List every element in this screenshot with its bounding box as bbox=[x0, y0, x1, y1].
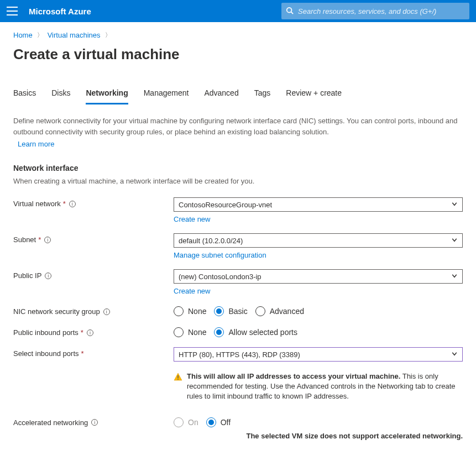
tab-networking[interactable]: Networking bbox=[86, 85, 128, 104]
tab-basics[interactable]: Basics bbox=[13, 85, 36, 104]
tab-management[interactable]: Management bbox=[144, 85, 189, 104]
info-icon[interactable]: i bbox=[44, 237, 51, 243]
breadcrumb-home[interactable]: Home bbox=[13, 31, 33, 39]
manage-subnet-link[interactable]: Manage subnet configuration bbox=[174, 251, 266, 259]
chevron-down-icon bbox=[451, 350, 458, 359]
svg-line-1 bbox=[291, 12, 294, 14]
inbound-radio-none[interactable]: None bbox=[174, 327, 206, 337]
breadcrumb-vms[interactable]: Virtual machines bbox=[48, 31, 101, 39]
svg-rect-4 bbox=[177, 379, 179, 380]
label-subnet: Subnet * i bbox=[13, 233, 174, 244]
menu-icon[interactable] bbox=[7, 7, 18, 15]
required-indicator: * bbox=[81, 349, 84, 358]
info-icon[interactable]: i bbox=[87, 329, 93, 336]
warning-box: This will allow all IP addresses to acce… bbox=[174, 371, 463, 402]
label-virtual-network: Virtual network * i bbox=[13, 197, 174, 208]
inbound-radio-allow[interactable]: Allow selected ports bbox=[214, 327, 297, 337]
row-nsg: NIC network security group i None Basic … bbox=[13, 305, 463, 316]
page-content: Home 〉 Virtual machines 〉 Create a virtu… bbox=[0, 22, 476, 467]
breadcrumb: Home 〉 Virtual machines 〉 bbox=[13, 31, 463, 39]
required-indicator: * bbox=[38, 236, 41, 244]
info-icon[interactable]: i bbox=[45, 273, 51, 279]
row-virtual-network: Virtual network * i ContosoResourceGroup… bbox=[13, 197, 463, 223]
tab-review[interactable]: Review + create bbox=[286, 85, 342, 104]
section-subtitle: When creating a virtual machine, a netwo… bbox=[13, 177, 463, 185]
chevron-right-icon: 〉 bbox=[105, 31, 111, 39]
chevron-down-icon bbox=[451, 237, 458, 245]
info-icon[interactable]: i bbox=[103, 308, 110, 315]
tab-disks[interactable]: Disks bbox=[51, 85, 70, 104]
label-inbound-ports: Public inbound ports * i bbox=[13, 326, 174, 337]
learn-more-link[interactable]: Learn more bbox=[18, 140, 54, 148]
required-indicator: * bbox=[63, 200, 66, 208]
chevron-down-icon bbox=[451, 273, 458, 281]
section-title: Network interface bbox=[13, 164, 463, 172]
nsg-radio-group: None Basic Advanced bbox=[174, 305, 463, 316]
info-icon[interactable]: i bbox=[69, 201, 76, 207]
create-new-ip-link[interactable]: Create new bbox=[174, 287, 210, 295]
brand-label: Microsoft Azure bbox=[29, 7, 91, 16]
row-select-ports: Select inbound ports * HTTP (80), HTTPS … bbox=[13, 347, 463, 402]
info-icon[interactable]: i bbox=[91, 419, 98, 426]
row-public-ip: Public IP i (new) ContosoLondon3-ip Crea… bbox=[13, 269, 463, 295]
label-public-ip: Public IP i bbox=[13, 269, 174, 280]
intro-description: Define network connectivity for your vir… bbox=[13, 116, 461, 137]
nsg-radio-advanced[interactable]: Advanced bbox=[255, 306, 304, 316]
svg-rect-3 bbox=[177, 375, 179, 378]
subnet-select[interactable]: default (10.2.0.0/24) bbox=[174, 233, 463, 248]
accel-note: The selected VM size does not support ac… bbox=[174, 432, 463, 440]
tab-advanced[interactable]: Advanced bbox=[204, 85, 238, 104]
tabs: Basics Disks Networking Management Advan… bbox=[13, 85, 463, 104]
create-new-vnet-link[interactable]: Create new bbox=[174, 215, 210, 223]
nsg-radio-basic[interactable]: Basic bbox=[214, 306, 247, 316]
inbound-radio-group: None Allow selected ports bbox=[174, 326, 463, 337]
row-accelerated-networking: Accelerated networking i On Off The sele… bbox=[13, 416, 463, 440]
top-bar: Microsoft Azure bbox=[0, 0, 476, 22]
accel-radio-on: On bbox=[174, 417, 198, 427]
row-inbound-ports: Public inbound ports * i None Allow sele… bbox=[13, 326, 463, 337]
search-input[interactable] bbox=[298, 7, 465, 15]
label-accelerated-networking: Accelerated networking i bbox=[13, 416, 174, 427]
chevron-right-icon: 〉 bbox=[37, 31, 43, 39]
page-title: Create a virtual machine bbox=[13, 46, 463, 63]
select-ports-dropdown[interactable]: HTTP (80), HTTPS (443), RDP (3389) bbox=[174, 347, 463, 362]
required-indicator: * bbox=[81, 328, 83, 337]
accel-radio-off[interactable]: Off bbox=[206, 417, 231, 427]
row-subnet: Subnet * i default (10.2.0.0/24) Manage … bbox=[13, 233, 463, 259]
nsg-radio-none[interactable]: None bbox=[174, 306, 206, 316]
public-ip-select[interactable]: (new) ContosoLondon3-ip bbox=[174, 269, 463, 284]
tab-tags[interactable]: Tags bbox=[254, 85, 271, 104]
warning-icon bbox=[174, 373, 182, 381]
search-box[interactable] bbox=[281, 3, 469, 19]
label-select-ports: Select inbound ports * bbox=[13, 347, 174, 358]
svg-point-0 bbox=[287, 7, 292, 12]
accel-radio-group: On Off bbox=[174, 416, 463, 427]
chevron-down-icon bbox=[451, 201, 458, 209]
search-icon bbox=[286, 7, 294, 16]
virtual-network-select[interactable]: ContosoResourceGroup-vnet bbox=[174, 197, 463, 212]
label-nsg: NIC network security group i bbox=[13, 305, 174, 316]
